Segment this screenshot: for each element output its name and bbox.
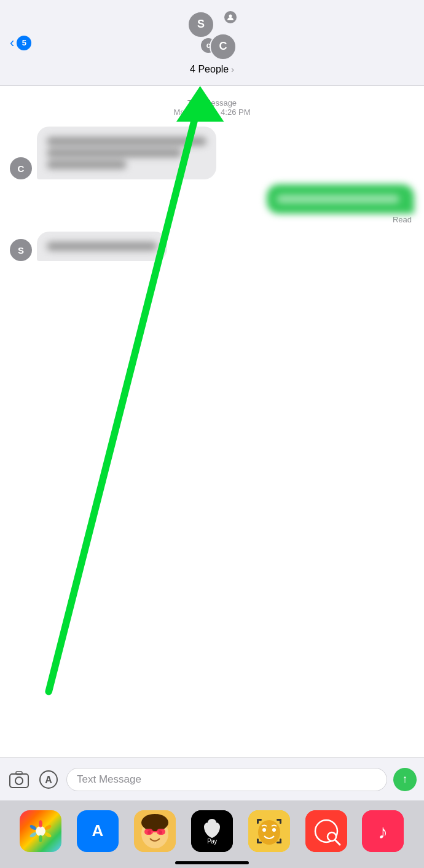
svg-point-28 bbox=[262, 828, 266, 832]
send-button[interactable]: ↑ bbox=[393, 768, 417, 791]
svg-point-12 bbox=[39, 835, 42, 842]
input-bar: A Text Message ↑ bbox=[0, 757, 424, 800]
dock-icon-applepay[interactable]: Pay bbox=[191, 810, 233, 852]
svg-text:A: A bbox=[45, 775, 52, 785]
dock-icon-photos[interactable] bbox=[20, 810, 61, 852]
svg-rect-3 bbox=[10, 774, 28, 788]
svg-rect-22 bbox=[157, 829, 165, 835]
message-bubble-outgoing bbox=[267, 184, 414, 214]
dock-icon-appstore[interactable]: A bbox=[77, 810, 119, 852]
people-count-row[interactable]: 4 People › bbox=[190, 64, 234, 75]
avatar-s: S bbox=[187, 11, 214, 38]
person-icon bbox=[224, 11, 237, 23]
dock-icon-memoji[interactable] bbox=[134, 810, 176, 852]
message-timestamp: Mar 1, 2019, 4:26 PM bbox=[10, 108, 414, 117]
message-input[interactable]: Text Message bbox=[66, 768, 387, 791]
svg-text:Pay: Pay bbox=[207, 838, 217, 845]
svg-rect-38 bbox=[305, 810, 347, 852]
back-count-badge: 5 bbox=[17, 36, 31, 50]
dock-icon-faceid[interactable] bbox=[248, 810, 290, 852]
svg-point-29 bbox=[272, 828, 276, 832]
dock: A Pay bbox=[0, 800, 424, 868]
back-button[interactable]: ‹ 5 bbox=[10, 35, 31, 51]
message-type-label: Text Message bbox=[10, 98, 414, 108]
svg-rect-33 bbox=[280, 819, 281, 824]
svg-rect-5 bbox=[16, 772, 22, 775]
avatar-c-big: C bbox=[210, 33, 237, 60]
blurred-message-text bbox=[47, 137, 206, 169]
svg-text:♪: ♪ bbox=[378, 821, 388, 843]
svg-rect-35 bbox=[257, 839, 259, 843]
svg-point-27 bbox=[258, 820, 280, 845]
message-row-outgoing bbox=[10, 184, 414, 214]
message-bubble-incoming-s bbox=[37, 232, 167, 261]
svg-point-18 bbox=[141, 814, 168, 831]
read-receipt: Read bbox=[10, 215, 412, 224]
message-row-incoming-c: C bbox=[10, 127, 414, 179]
svg-point-8 bbox=[36, 826, 45, 836]
header-center: S c C 4 People › bbox=[187, 11, 237, 75]
header: ‹ 5 S c C 4 People › bbox=[0, 0, 424, 86]
message-bubble-incoming bbox=[37, 127, 216, 179]
timestamp-group: Text Message Mar 1, 2019, 4:26 PM bbox=[10, 98, 414, 117]
svg-text:A: A bbox=[92, 821, 104, 840]
people-label: 4 People bbox=[190, 64, 229, 75]
people-chevron-icon: › bbox=[231, 65, 234, 74]
svg-point-0 bbox=[229, 14, 232, 17]
appstore-button[interactable]: A bbox=[37, 768, 60, 791]
svg-rect-31 bbox=[257, 819, 259, 824]
blurred-message-s-text bbox=[47, 242, 157, 251]
home-indicator bbox=[175, 861, 249, 864]
svg-rect-37 bbox=[280, 839, 281, 843]
svg-rect-21 bbox=[144, 829, 153, 835]
svg-point-9 bbox=[39, 820, 42, 827]
back-chevron-icon: ‹ bbox=[10, 35, 14, 51]
avatar-cluster: S c C bbox=[187, 11, 237, 60]
send-icon: ↑ bbox=[402, 773, 408, 786]
svg-point-4 bbox=[15, 777, 23, 784]
camera-button[interactable] bbox=[7, 768, 31, 791]
dock-icon-search[interactable] bbox=[305, 810, 347, 852]
message-placeholder: Text Message bbox=[77, 773, 141, 786]
avatar-s-msg: S bbox=[10, 239, 32, 261]
messages-area: Text Message Mar 1, 2019, 4:26 PM C Read… bbox=[0, 86, 424, 739]
message-row-incoming-s: S bbox=[10, 232, 414, 261]
dock-icon-music[interactable]: ♪ bbox=[362, 810, 404, 852]
avatar-c-msg: C bbox=[10, 157, 32, 179]
